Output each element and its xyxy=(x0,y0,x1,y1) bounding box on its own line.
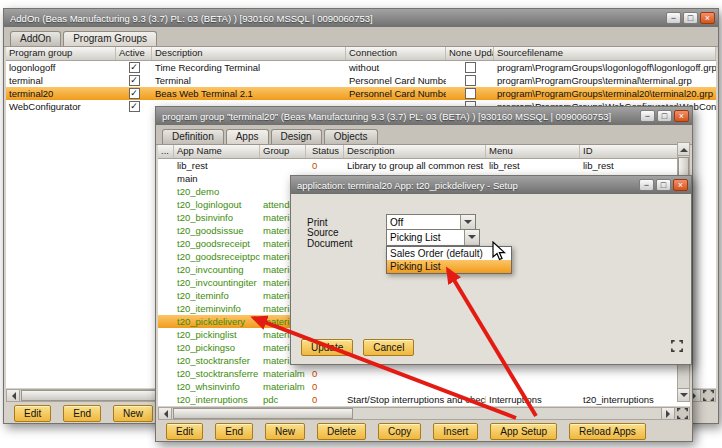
tab-program-groups[interactable]: Program Groups xyxy=(63,31,157,46)
cell-status: 0 xyxy=(306,367,344,380)
update-button[interactable]: Update xyxy=(301,339,353,356)
tab-apps[interactable]: Apps xyxy=(226,129,269,144)
column-header-menu[interactable]: Menu xyxy=(486,145,580,158)
dropdown-option-sales-order[interactable]: Sales Order (default) xyxy=(387,247,511,260)
column-header-active[interactable]: Active xyxy=(116,47,152,60)
new-button[interactable]: New xyxy=(265,423,305,440)
table-row[interactable]: terminal20✓Beas Web Terminal 2.1Personne… xyxy=(6,87,716,100)
unchecked-checkbox-icon[interactable] xyxy=(465,75,476,86)
group-tabstrip: Definition Apps Design Objects xyxy=(156,125,692,145)
resize-grip-icon[interactable] xyxy=(671,338,683,356)
scroll-left-icon[interactable] xyxy=(159,408,172,419)
cell-name: main xyxy=(174,172,260,185)
scroll-track[interactable] xyxy=(172,408,661,419)
tab-design[interactable]: Design xyxy=(271,129,322,144)
column-header-none-update[interactable]: None Update xyxy=(446,47,494,60)
cell-sel xyxy=(158,380,174,393)
minimize-icon[interactable]: − xyxy=(640,110,655,122)
unchecked-checkbox-icon[interactable] xyxy=(465,88,476,99)
source-document-select[interactable]: Picking List xyxy=(386,229,480,246)
cell-src: program\ProgramGroups\terminal\terminal.… xyxy=(494,74,716,87)
cell-sel xyxy=(158,224,174,237)
copy-button[interactable]: Copy xyxy=(378,423,421,440)
reload-apps-button[interactable]: Reload Apps xyxy=(569,423,646,440)
edit-button[interactable]: Edit xyxy=(14,405,51,422)
print-value: Off xyxy=(387,217,460,228)
checked-checkbox-icon[interactable]: ✓ xyxy=(129,101,140,112)
cancel-button[interactable]: Cancel xyxy=(363,339,414,356)
cell-sel xyxy=(158,354,174,367)
scroll-down-icon[interactable] xyxy=(678,388,689,401)
checked-checkbox-icon[interactable]: ✓ xyxy=(129,62,140,73)
checked-checkbox-icon[interactable]: ✓ xyxy=(129,88,140,99)
column-header-selector[interactable]: ... xyxy=(158,145,174,158)
apps-horizontal-scrollbar[interactable] xyxy=(158,407,690,420)
setup-window-title: application: terminal20 App: t20_pickdel… xyxy=(297,180,639,191)
cell-desc: Terminal xyxy=(152,74,346,87)
setup-body: Print Off Source Document Picking List S… xyxy=(291,194,691,364)
app-setup-button[interactable]: App Setup xyxy=(490,423,557,440)
close-icon[interactable]: × xyxy=(700,12,715,24)
setup-window: application: terminal20 App: t20_pickdel… xyxy=(290,175,692,365)
column-header-id[interactable]: ID xyxy=(580,145,690,158)
chevron-down-icon[interactable] xyxy=(460,215,475,230)
close-icon[interactable]: × xyxy=(673,179,688,191)
cell-sel xyxy=(158,250,174,263)
cell-group xyxy=(260,159,306,172)
scroll-thumb[interactable] xyxy=(173,408,353,419)
source-document-value: Picking List xyxy=(387,232,464,243)
minimize-icon[interactable]: − xyxy=(666,12,681,24)
maximize-icon[interactable]: □ xyxy=(657,110,672,122)
checked-checkbox-icon[interactable]: ✓ xyxy=(129,75,140,86)
table-row[interactable]: t20_interruptionspdc0Start/Stop interrup… xyxy=(158,393,690,406)
setup-titlebar[interactable]: application: terminal20 App: t20_pickdel… xyxy=(291,176,691,194)
main-window-title: AddOn (Beas Manufacturing 9.3 (3.7) PL: … xyxy=(10,13,666,24)
main-titlebar[interactable]: AddOn (Beas Manufacturing 9.3 (3.7) PL: … xyxy=(4,9,718,27)
scroll-left-icon[interactable] xyxy=(7,390,20,401)
scroll-right-icon[interactable] xyxy=(661,408,674,419)
table-row[interactable]: terminal✓TerminalPersonnel Card Numberpr… xyxy=(6,74,716,87)
source-document-dropdown: Sales Order (default) Picking List xyxy=(386,246,512,274)
chevron-down-icon[interactable] xyxy=(464,230,479,245)
minimize-icon[interactable]: − xyxy=(639,179,654,191)
maximize-icon[interactable]: □ xyxy=(656,179,671,191)
new-button[interactable]: New xyxy=(113,405,153,422)
end-button[interactable]: End xyxy=(215,423,253,440)
resize-grip-icon[interactable] xyxy=(674,408,689,419)
cell-desc: Beas Web Terminal 2.1 xyxy=(152,87,346,100)
unchecked-checkbox-icon[interactable] xyxy=(465,62,476,73)
tab-objects[interactable]: Objects xyxy=(324,129,378,144)
column-header-description[interactable]: Description xyxy=(344,145,486,158)
cell-name: t20_iteminvinfo xyxy=(174,302,260,315)
cell-menu xyxy=(486,367,580,380)
end-button[interactable]: End xyxy=(63,405,101,422)
tab-addon[interactable]: AddOn xyxy=(10,31,61,46)
table-row[interactable]: t20_stocktransferrematerialm0 xyxy=(158,367,690,380)
edit-button[interactable]: Edit xyxy=(166,423,203,440)
column-header-status[interactable]: Status xyxy=(306,145,344,158)
table-row[interactable]: t20_whsinvinfomaterialm0 xyxy=(158,380,690,393)
cell-noupd xyxy=(446,74,494,87)
scroll-up-icon[interactable] xyxy=(678,143,689,156)
maximize-icon[interactable]: □ xyxy=(683,12,698,24)
column-header-connection[interactable]: Connection xyxy=(346,47,446,60)
table-row[interactable]: lib_rest0Library to group all common res… xyxy=(158,159,690,172)
column-header-description[interactable]: Description xyxy=(152,47,346,60)
insert-button[interactable]: Insert xyxy=(433,423,478,440)
cell-desc xyxy=(344,367,486,380)
tab-definition[interactable]: Definition xyxy=(162,129,224,144)
group-titlebar[interactable]: program group "terminal20" (Beas Manufac… xyxy=(156,107,692,125)
resize-grip-icon[interactable] xyxy=(700,390,715,401)
column-header-program-group[interactable]: Program group xyxy=(6,47,116,60)
cell-noupd xyxy=(446,61,494,74)
table-row[interactable]: logonlogoff✓Time Recording Terminalwitho… xyxy=(6,61,716,74)
dropdown-option-picking-list[interactable]: Picking List xyxy=(387,260,511,273)
cell-sel xyxy=(158,172,174,185)
delete-button[interactable]: Delete xyxy=(317,423,366,440)
cell-name: t20_goodsreceipt xyxy=(174,237,260,250)
column-header-app-name[interactable]: App Name xyxy=(174,145,260,158)
close-icon[interactable]: × xyxy=(674,110,689,122)
column-header-sourcefilename[interactable]: Sourcefilename xyxy=(494,47,716,60)
column-header-group[interactable]: Group xyxy=(260,145,306,158)
cell-sel xyxy=(158,315,174,328)
